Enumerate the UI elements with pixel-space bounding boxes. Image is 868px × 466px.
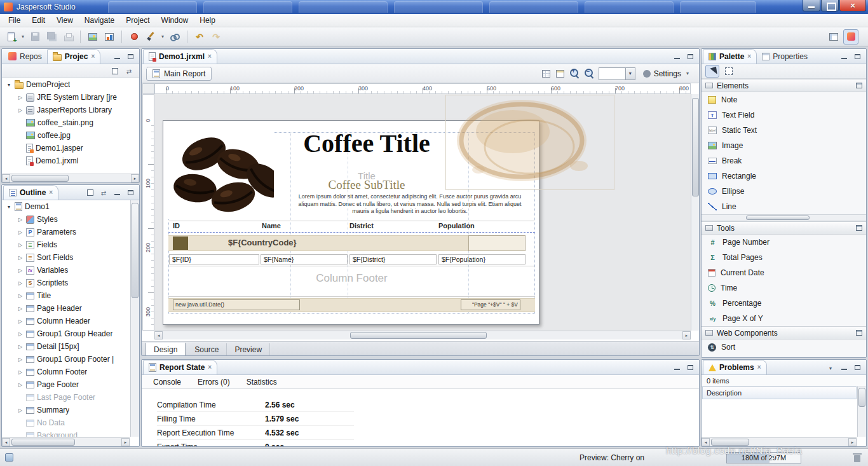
- expand-arrow-icon[interactable]: [17, 230, 24, 235]
- column-header-id[interactable]: ID: [173, 222, 180, 230]
- detail-field-id[interactable]: $F{ID}: [169, 254, 259, 264]
- tab-properties[interactable]: Properties: [757, 49, 813, 64]
- expand-arrow-icon[interactable]: [17, 408, 24, 413]
- style-edit-button[interactable]: [143, 29, 158, 45]
- scrollbar-track[interactable]: [10, 174, 131, 182]
- scrollbar-track[interactable]: [163, 331, 682, 339]
- description-column-header[interactable]: Description: [702, 387, 857, 399]
- palette-item-ellipse[interactable]: Ellipse: [702, 184, 866, 199]
- outline-item-group1-group-footer[interactable]: Group1 Group Footer |: [3, 353, 130, 366]
- editor-vertical-scrollbar[interactable]: [691, 94, 700, 331]
- footer-page-expression[interactable]: "Page "+$V" " + $V: [461, 299, 520, 310]
- tab-design[interactable]: Design: [146, 343, 186, 357]
- scrollbar-thumb[interactable]: [11, 175, 69, 182]
- print-button[interactable]: [60, 29, 76, 45]
- layout-icon[interactable]: [856, 330, 862, 336]
- problems-vertical-scrollbar[interactable]: [857, 387, 866, 437]
- expand-arrow-icon[interactable]: [17, 357, 24, 362]
- maximize-view-button[interactable]: [685, 362, 695, 373]
- outline-item-summary[interactable]: Summary: [3, 404, 130, 416]
- group-marker-rectangle[interactable]: [173, 236, 188, 250]
- zoom-in-icon[interactable]: [569, 68, 580, 79]
- palette-item-image[interactable]: Image: [702, 138, 866, 153]
- close-tab-icon[interactable]: [208, 53, 212, 60]
- menu-file[interactable]: File: [3, 15, 26, 26]
- detail-field-district[interactable]: $F{District}: [349, 254, 437, 264]
- scrollbar-thumb[interactable]: [132, 203, 139, 298]
- breakpoint-button[interactable]: [126, 29, 142, 45]
- scroll-right-icon[interactable]: ▸: [848, 438, 857, 446]
- expand-arrow-icon[interactable]: [17, 255, 24, 261]
- view-menu-button[interactable]: [825, 362, 836, 373]
- garbage-collect-icon[interactable]: [854, 455, 860, 462]
- expand-arrow-icon[interactable]: [17, 217, 24, 223]
- style-dropdown-icon[interactable]: [159, 34, 166, 39]
- menu-help[interactable]: Help: [194, 15, 221, 26]
- palette-item-rectangle[interactable]: Rectangle: [702, 168, 866, 184]
- palette-item-break[interactable]: Break: [702, 153, 866, 168]
- view-statistics[interactable]: Statistics: [247, 378, 277, 387]
- marquee-tool-button[interactable]: [722, 65, 736, 78]
- tab-source[interactable]: Source: [187, 343, 227, 356]
- expand-arrow-icon[interactable]: [17, 268, 24, 273]
- palette-item-line[interactable]: Line: [702, 199, 866, 214]
- layout-perspective-button[interactable]: [826, 29, 841, 45]
- expand-arrow-icon[interactable]: [17, 306, 24, 312]
- close-tab-icon[interactable]: [747, 53, 751, 60]
- zoom-level-combo[interactable]: ▾: [599, 67, 635, 80]
- outline-item-group1-group-header[interactable]: Group1 Group Header: [3, 327, 130, 340]
- palette-item-note[interactable]: Note: [702, 92, 866, 107]
- view-console[interactable]: Console: [153, 378, 181, 387]
- design-canvas[interactable]: Title Coffee Title Coffee SubTitle Lorem…: [154, 94, 691, 331]
- outline-item-styles[interactable]: Styles: [3, 213, 130, 226]
- expand-arrow-icon[interactable]: [17, 242, 24, 248]
- column-header-district[interactable]: District: [349, 222, 374, 230]
- expand-arrow-icon[interactable]: [17, 319, 24, 324]
- tree-item-demo1-jrxml[interactable]: Demo1.jrxml: [3, 154, 139, 167]
- tab-report-state[interactable]: Report State: [143, 360, 217, 374]
- close-tab-icon[interactable]: [757, 364, 761, 371]
- dataset-tool-button[interactable]: [102, 29, 117, 45]
- expand-arrow-icon[interactable]: [17, 382, 24, 388]
- coffee-beans-image[interactable]: [165, 123, 274, 219]
- report-subtitle-text[interactable]: Coffee SubTitle: [271, 178, 462, 192]
- editor-horizontal-scrollbar[interactable]: ◂ ▸: [154, 331, 691, 339]
- collapse-all-button[interactable]: [110, 66, 120, 76]
- outline-item-page-footer[interactable]: Page Footer: [3, 378, 130, 391]
- tree-item-coffee-stain-png[interactable]: coffee_stain.png: [3, 116, 139, 129]
- section-elements[interactable]: Elements: [702, 79, 866, 92]
- outline-item-no-data[interactable]: No Data: [3, 416, 130, 429]
- scroll-right-icon[interactable]: ▸: [682, 331, 691, 339]
- toggle-rulers-button[interactable]: [555, 69, 566, 79]
- outline-item-detail[interactable]: Detail [15px]: [3, 340, 130, 353]
- expand-arrow-icon[interactable]: [17, 107, 24, 113]
- report-title-text[interactable]: Coffee Title: [271, 130, 462, 158]
- menu-window[interactable]: Window: [156, 15, 194, 26]
- scrollbar-track[interactable]: [10, 438, 121, 446]
- palette-item-time[interactable]: Time: [702, 280, 866, 296]
- outline-item-column-header[interactable]: Column Header: [3, 315, 130, 327]
- palette-horizontal-scrollbar[interactable]: [702, 214, 866, 221]
- outline-horizontal-scrollbar[interactable]: ◂ ▸: [2, 437, 130, 446]
- minimize-view-button[interactable]: [672, 362, 682, 373]
- scrollbar-thumb[interactable]: [746, 216, 810, 220]
- hyperlink-button[interactable]: [167, 29, 182, 45]
- minimize-view-button[interactable]: [672, 51, 682, 62]
- palette-item-sort[interactable]: Sort: [702, 339, 866, 355]
- menu-edit[interactable]: Edit: [26, 15, 51, 26]
- palette-item-text-field[interactable]: Text Field: [702, 107, 866, 123]
- tab-palette[interactable]: Palette: [703, 49, 757, 64]
- fast-view-icon[interactable]: [5, 453, 13, 462]
- tab-preview[interactable]: Preview: [227, 343, 270, 356]
- scroll-left-icon[interactable]: ◂: [154, 331, 163, 339]
- outline-item-demo1[interactable]: Demo1: [3, 200, 130, 213]
- outline-item-variables[interactable]: Variables: [3, 264, 130, 277]
- image-tool-button[interactable]: [85, 29, 100, 45]
- outline-item-scriptlets[interactable]: Scriptlets: [3, 277, 130, 289]
- outline-item-fields[interactable]: Fields: [3, 238, 130, 251]
- outline-item-parameters[interactable]: Parameters: [3, 226, 130, 238]
- group-expression-text[interactable]: $F{CountryCode}: [228, 238, 297, 247]
- close-tab-icon[interactable]: [208, 364, 212, 371]
- outline-item-sort-fields[interactable]: Sort Fields: [3, 251, 130, 264]
- close-button[interactable]: [839, 0, 866, 11]
